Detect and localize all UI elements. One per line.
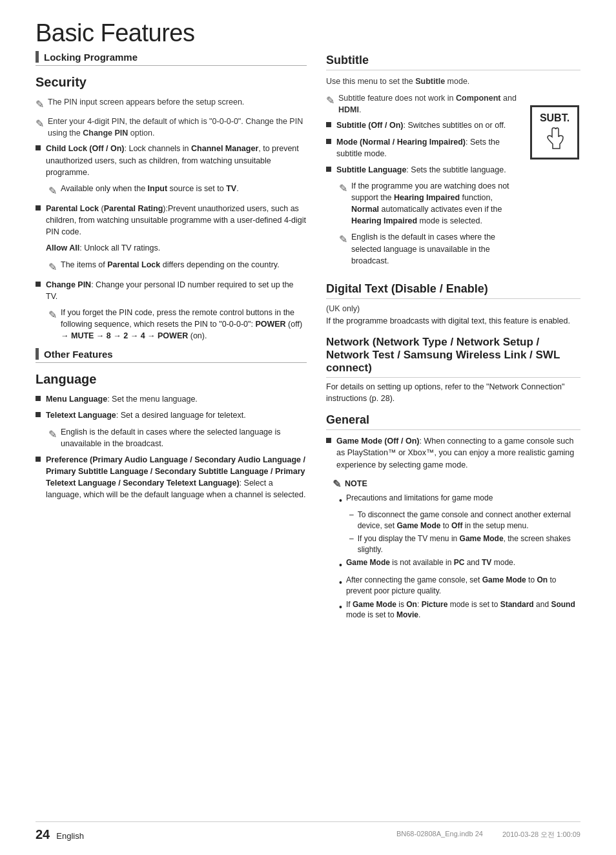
subt-button: SUBT. — [530, 105, 579, 160]
general-bullet-list: Game Mode (Off / On): When connecting to… — [326, 435, 580, 470]
language-title: Language — [36, 372, 307, 387]
footer-language: English — [56, 831, 84, 841]
right-column: Subtitle Use this menu to set the Subtit… — [326, 51, 580, 626]
bullet-square-icon-2 — [36, 205, 41, 211]
note-item-2: • Game Mode is not available in PC and T… — [339, 557, 580, 572]
bullet-teletext-language: Teletext Language: Set a desired languag… — [36, 409, 307, 421]
bar-accent — [36, 51, 39, 63]
dash-icon-2: – — [349, 533, 354, 544]
subt-icon-col: SUBT. — [529, 92, 580, 160]
subtitle-section: Subtitle Use this menu to set the Subtit… — [326, 54, 580, 273]
bullet-square-icon — [36, 145, 41, 150]
digital-text-body: If the programme broadcasts with digital… — [326, 316, 580, 327]
bullet-square-icon-9 — [326, 167, 331, 172]
bullet-square-icon-7 — [326, 122, 331, 127]
note-pencil-icon-3: ✎ — [48, 183, 57, 198]
general-section: General Game Mode (Off / On): When conne… — [326, 413, 580, 621]
bar-accent-2 — [36, 348, 39, 360]
digital-text-title: Digital Text (Disable / Enable) — [326, 282, 580, 299]
network-section: Network (Network Type / Network Setup / … — [326, 336, 580, 404]
teletext-sub-note: ✎ English is the default in cases where … — [48, 426, 307, 449]
bullet-square-icon-6 — [36, 457, 41, 462]
page-footer: 24 English BN68-02808A_Eng.indb 24 2010-… — [36, 821, 580, 842]
network-body: For details on setting up options, refer… — [326, 382, 580, 404]
other-features-bar: Other Features — [36, 348, 307, 363]
network-title: Network (Network Type / Network Setup / … — [326, 336, 580, 378]
subtitle-bullet-list: Subtitle (Off / On): Switches subtitles … — [326, 119, 522, 266]
language-bullet-list: Menu Language: Set the menu language. Te… — [36, 393, 307, 500]
note-pencil-icon-4: ✎ — [48, 260, 57, 274]
locking-programme-bar: Locking Programme — [36, 51, 307, 66]
note-pencil-icon-1: ✎ — [36, 97, 44, 112]
note-label: NOTE — [345, 479, 367, 488]
dot-icon-1: • — [339, 495, 342, 508]
note-pencil-icon-6: ✎ — [48, 427, 57, 442]
bullet-preference: Preference (Primary Audio Language / Sec… — [36, 454, 307, 501]
note-pencil-icon-5: ✎ — [48, 307, 57, 322]
subt-button-text: SUBT. — [540, 112, 570, 123]
other-features-title: Other Features — [44, 349, 113, 360]
footer-file-info: BN68-02808A_Eng.indb 24 — [396, 830, 483, 840]
bullet-menu-language: Menu Language: Set the menu language. — [36, 393, 307, 405]
page: Basic Features Locking Programme Securit… — [0, 0, 616, 855]
dash-item-2: – If you display the TV menu in Game Mod… — [349, 533, 580, 555]
change-pin-sub-note: ✎ If you forget the PIN code, press the … — [48, 307, 307, 342]
dash-icon-1: – — [349, 510, 354, 520]
bullet-square-icon-3 — [36, 282, 41, 287]
subtitle-section-title: Subtitle — [326, 54, 580, 70]
bullet-square-icon-8 — [326, 139, 331, 144]
dot-icon-4: • — [339, 601, 342, 614]
note-pencil-icon-10: ✎ — [333, 478, 341, 490]
bullet-square-icon-5 — [36, 412, 41, 417]
subtitle-language-note-1: ✎ If the programme you are watching does… — [339, 180, 522, 227]
bullet-subtitle-mode: Mode (Normal / Hearing Impaired): Sets t… — [326, 136, 522, 160]
locking-programme-title: Locking Programme — [44, 52, 138, 63]
dot-icon-2: • — [339, 559, 342, 572]
main-title: Basic Features — [36, 19, 580, 47]
note-items-list: • Precautions and limitations for game m… — [339, 493, 580, 621]
subtitle-note-1: ✎ Subtitle feature does not work in Comp… — [326, 92, 522, 116]
bullet-subtitle-off-on: Subtitle (Off / On): Switches subtitles … — [326, 119, 522, 131]
note-pencil-icon-7: ✎ — [326, 93, 334, 108]
dash-list-1: – To disconnect the game console and con… — [349, 510, 580, 555]
allow-all: Allow All: Unlock all TV ratings. — [46, 242, 307, 254]
subtitle-text-col: ✎ Subtitle feature does not work in Comp… — [326, 92, 522, 273]
note-pencil-icon-2: ✎ — [36, 116, 44, 131]
dash-item-1: – To disconnect the game console and con… — [349, 510, 580, 531]
bullet-child-lock: Child Lock (Off / On): Lock channels in … — [36, 143, 307, 178]
security-note-2: ✎ Enter your 4-digit PIN, the default of… — [36, 116, 307, 139]
note-pencil-icon-9: ✎ — [339, 232, 347, 247]
security-note-1: ✎ The PIN input screen appears before th… — [36, 96, 307, 112]
note-item-1: • Precautions and limitations for game m… — [339, 493, 580, 508]
subtitle-content-row: ✎ Subtitle feature does not work in Comp… — [326, 92, 580, 273]
footer-left: 24 English — [36, 827, 84, 842]
digital-text-section: Digital Text (Disable / Enable) (UK only… — [326, 282, 580, 327]
left-column: Locking Programme Security ✎ The PIN inp… — [36, 51, 307, 626]
child-lock-sub-note: ✎ Available only when the Input source i… — [48, 183, 307, 198]
subtitle-language-note-2: ✎ English is the default in cases where … — [339, 231, 522, 266]
general-title: General — [326, 413, 580, 430]
note-item-4: • If Game Mode is On: Picture mode is se… — [339, 599, 580, 621]
security-title: Security — [36, 75, 307, 90]
note-pencil-icon-8: ✎ — [339, 181, 347, 196]
footer-right: BN68-02808A_Eng.indb 24 2010-03-28 오전 1:… — [396, 830, 580, 840]
bullet-square-icon-4 — [36, 396, 41, 401]
bullet-square-icon-10 — [326, 438, 331, 443]
hand-cursor-icon — [540, 127, 570, 152]
digital-text-subtitle: (UK only) — [326, 304, 580, 313]
page-number: 24 — [36, 827, 50, 842]
note-item-3: • After connecting the game console, set… — [339, 575, 580, 597]
footer-date-info: 2010-03-28 오전 1:00:09 — [502, 830, 580, 840]
bullet-game-mode: Game Mode (Off / On): When connecting to… — [326, 435, 580, 470]
general-note-block: ✎ NOTE • Precautions and limitations for… — [333, 477, 580, 621]
bullet-subtitle-language: Subtitle Language: Sets the subtitle lan… — [326, 164, 522, 176]
bullet-change-pin: Change PIN: Change your personal ID numb… — [36, 279, 307, 302]
subtitle-intro: Use this menu to set the Subtitle mode. — [326, 76, 580, 87]
dot-icon-3: • — [339, 577, 342, 590]
bullet-parental-lock: Parental Lock (Parental Rating):Prevent … — [36, 203, 307, 238]
note-header: ✎ NOTE — [333, 477, 580, 490]
parental-lock-sub-note: ✎ The items of Parental Lock differs dep… — [48, 259, 307, 274]
security-bullet-list: Child Lock (Off / On): Lock channels in … — [36, 143, 307, 342]
